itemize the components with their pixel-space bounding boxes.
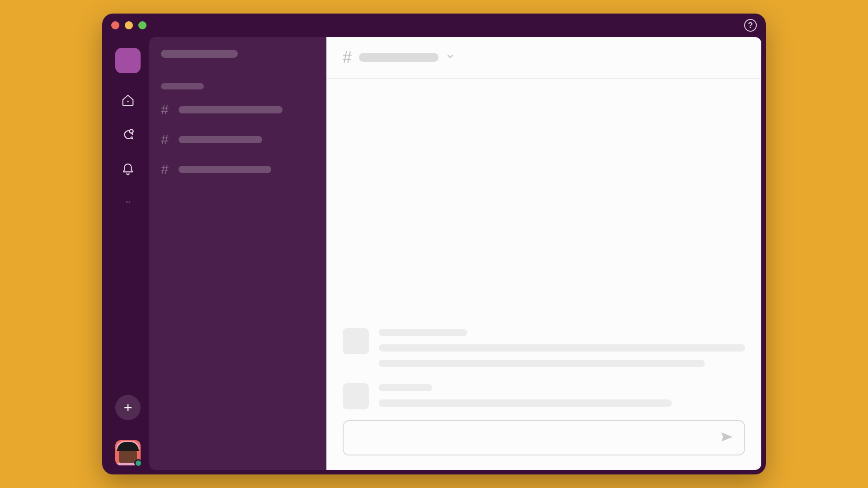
plus-icon: + [124,399,132,416]
main-pane: # [326,37,761,470]
close-window-button[interactable] [111,21,119,29]
svg-point-3 [126,202,127,202]
activity-icon[interactable] [121,162,135,176]
channel-item[interactable]: # [161,132,315,147]
user-menu[interactable] [115,440,141,465]
channel-name [179,166,271,173]
maximize-window-button[interactable] [138,21,146,29]
nav-rail: + [107,37,149,470]
svg-point-0 [127,101,128,102]
hash-icon: # [343,48,352,67]
window-controls [111,21,146,29]
channel-item[interactable]: # [161,102,315,117]
more-icon[interactable] [121,196,135,211]
help-button[interactable]: ? [744,19,757,32]
create-new-button[interactable]: + [115,395,141,420]
message [343,328,745,367]
channel-sidebar: # # # [149,37,326,470]
workspace-name[interactable] [161,50,238,58]
chevron-down-icon [446,52,455,63]
hash-icon: # [161,132,169,147]
channel-header[interactable]: # [326,37,761,79]
composer-area [326,409,761,470]
channel-name [179,106,283,113]
app-window: ? [102,14,766,474]
home-icon[interactable] [121,93,135,108]
minimize-window-button[interactable] [125,21,133,29]
workspace-switcher[interactable] [115,48,141,73]
message-avatar[interactable] [343,328,369,354]
channel-item[interactable]: # [161,162,315,177]
titlebar: ? [102,14,766,37]
channels-section-label[interactable] [161,83,204,89]
message-text-line [379,360,705,367]
svg-point-4 [127,202,128,202]
app-body: + # [102,37,766,474]
presence-indicator [134,459,142,467]
dm-icon[interactable] [121,127,135,142]
send-button[interactable] [720,430,733,446]
message-text-line [379,399,672,407]
message [343,383,745,409]
message-composer[interactable] [343,420,745,455]
channel-name [179,136,262,143]
hash-icon: # [161,162,169,177]
message-author [379,384,432,391]
channel-title [359,53,439,62]
message-list [326,79,761,409]
message-author [379,329,467,336]
svg-point-5 [129,202,130,202]
message-text-line [379,344,745,352]
hash-icon: # [161,102,169,117]
help-icon: ? [748,21,753,30]
message-avatar[interactable] [343,383,369,409]
